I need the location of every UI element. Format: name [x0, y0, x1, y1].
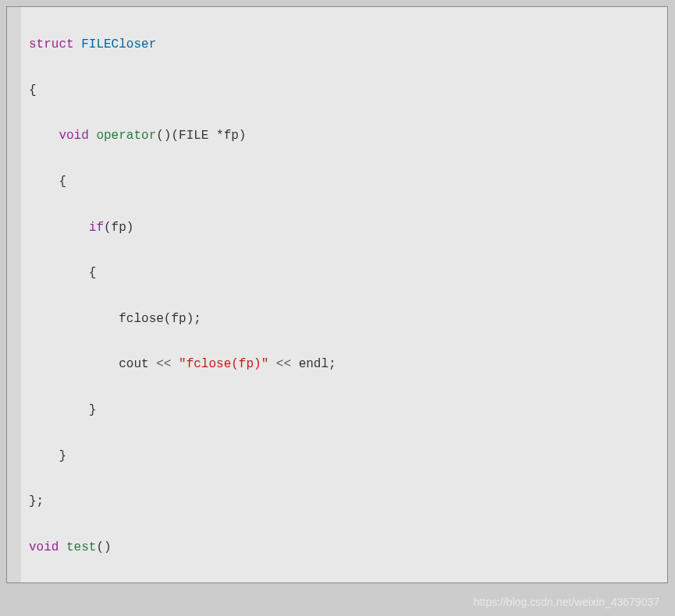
code-line: {	[29, 80, 667, 102]
code-line: {	[29, 582, 667, 583]
code-line: struct FILECloser	[29, 34, 667, 56]
code-line: cout << "fclose(fp)" << endl;	[29, 353, 667, 376]
code-line: fclose(fp);	[29, 308, 667, 331]
code-line: }	[29, 445, 667, 468]
code-line: void test()	[29, 536, 667, 559]
code-area[interactable]: struct FILECloser { void operator()(FILE…	[21, 7, 667, 582]
code-line: {	[29, 262, 667, 285]
code-block: struct FILECloser { void operator()(FILE…	[6, 6, 668, 583]
code-line: void operator()(FILE *fp)	[29, 125, 667, 147]
watermark-text: https://blog.csdn.net/weixin_43679037	[474, 596, 659, 608]
line-number-gutter	[7, 7, 21, 582]
code-line: if(fp)	[29, 217, 667, 239]
code-line: };	[29, 490, 667, 513]
code-line: }	[29, 399, 667, 422]
code-line: {	[29, 171, 667, 193]
